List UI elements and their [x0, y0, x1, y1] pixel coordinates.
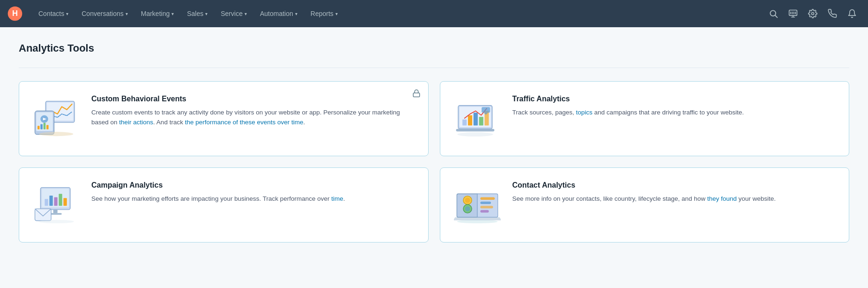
custom-behavioral-events-content: Custom Behavioral Events Create custom e… — [91, 95, 415, 128]
card-traffic-analytics[interactable]: Traffic Analytics Track sources, pages, … — [440, 81, 850, 156]
nav-right-icons — [765, 5, 861, 22]
svg-rect-51 — [480, 202, 491, 204]
svg-point-45 — [38, 220, 74, 223]
phone-button[interactable] — [824, 5, 841, 22]
svg-rect-21 — [46, 125, 49, 129]
chevron-down-icon: ▾ — [66, 11, 68, 16]
traffic-analytics-icon — [452, 95, 503, 142]
lock-icon — [412, 89, 421, 100]
contact-analytics-desc: See more info on your contacts, like cou… — [512, 194, 836, 204]
svg-rect-41 — [63, 198, 67, 205]
svg-rect-37 — [45, 199, 48, 206]
svg-line-3 — [775, 15, 778, 18]
svg-rect-26 — [462, 120, 467, 126]
contact-analytics-title: Contact Analytics — [512, 181, 836, 189]
hubspot-logo[interactable]: H — [7, 6, 22, 21]
svg-rect-31 — [482, 107, 490, 113]
marketplace-button[interactable] — [785, 5, 801, 22]
card-custom-behavioral-events[interactable]: Custom Behavioral Events Create custom e… — [19, 81, 429, 156]
svg-point-22 — [39, 132, 74, 136]
chevron-down-icon: ▾ — [205, 11, 208, 16]
svg-rect-38 — [49, 196, 52, 206]
svg-rect-50 — [480, 197, 495, 200]
svg-rect-4 — [789, 10, 797, 16]
svg-rect-29 — [479, 117, 483, 125]
performance-link[interactable]: the performance of these events over tim… — [185, 119, 304, 126]
chevron-down-icon: ▾ — [245, 11, 247, 16]
settings-button[interactable] — [804, 5, 821, 22]
custom-behavioral-events-title: Custom Behavioral Events — [91, 95, 415, 103]
svg-point-11 — [812, 13, 814, 15]
svg-rect-19 — [40, 124, 43, 129]
card-contact-analytics[interactable]: Contact Analytics See more info on your … — [440, 167, 850, 243]
nav-contacts[interactable]: Contacts ▾ — [32, 0, 75, 27]
svg-rect-39 — [54, 197, 57, 206]
svg-rect-23 — [413, 93, 420, 97]
campaign-analytics-desc: See how your marketing efforts are impac… — [91, 194, 415, 204]
svg-rect-40 — [59, 194, 62, 205]
svg-point-49 — [465, 206, 470, 212]
svg-rect-52 — [480, 206, 493, 208]
custom-behavioral-events-desc: Create custom events to track any activi… — [91, 108, 415, 128]
topics-link[interactable]: topics — [576, 109, 593, 116]
page-title: Analytics Tools — [19, 42, 849, 54]
custom-behavioral-events-icon — [30, 95, 82, 142]
nav-menu: Contacts ▾ Conversations ▾ Marketing ▾ S… — [32, 0, 765, 27]
chevron-down-icon: ▾ — [126, 11, 128, 16]
main-content: Analytics Tools — [0, 27, 868, 258]
nav-sales[interactable]: Sales ▾ — [180, 0, 214, 27]
campaign-analytics-icon — [30, 181, 82, 228]
svg-rect-20 — [44, 123, 46, 129]
card-campaign-analytics[interactable]: Campaign Analytics See how your marketin… — [19, 167, 429, 243]
nav-reports[interactable]: Reports ▾ — [304, 0, 344, 27]
traffic-analytics-content: Traffic Analytics Track sources, pages, … — [512, 95, 836, 118]
svg-text:H: H — [12, 9, 18, 18]
divider — [19, 68, 849, 68]
campaign-analytics-title: Campaign Analytics — [91, 181, 415, 189]
svg-point-54 — [457, 220, 497, 223]
svg-rect-28 — [473, 113, 477, 125]
campaign-analytics-content: Campaign Analytics See how your marketin… — [91, 181, 415, 204]
notifications-button[interactable] — [844, 5, 861, 22]
nav-automation[interactable]: Automation ▾ — [253, 0, 304, 27]
nav-conversations[interactable]: Conversations ▾ — [75, 0, 134, 27]
chevron-down-icon: ▾ — [295, 11, 297, 16]
analytics-tools-grid: Custom Behavioral Events Create custom e… — [19, 81, 849, 243]
svg-rect-53 — [480, 210, 489, 212]
svg-rect-18 — [37, 126, 40, 129]
they-found-link[interactable]: they found — [707, 195, 737, 202]
chevron-down-icon: ▾ — [171, 11, 174, 16]
nav-marketing[interactable]: Marketing ▾ — [134, 0, 180, 27]
traffic-analytics-desc: Track sources, pages, topics and campaig… — [512, 108, 836, 118]
chevron-down-icon: ▾ — [335, 11, 338, 16]
contact-analytics-icon — [452, 181, 503, 228]
svg-rect-27 — [468, 115, 472, 126]
svg-rect-33 — [456, 129, 494, 131]
traffic-analytics-title: Traffic Analytics — [512, 95, 836, 103]
search-button[interactable] — [765, 5, 782, 22]
time-link[interactable]: time — [331, 195, 343, 202]
top-navigation: H Contacts ▾ Conversations ▾ Marketing ▾… — [0, 0, 868, 27]
svg-point-47 — [465, 197, 470, 203]
svg-rect-42 — [53, 210, 58, 213]
contact-analytics-content: Contact Analytics See more info on your … — [512, 181, 836, 204]
their-actions-link[interactable]: their actions — [119, 119, 153, 126]
nav-service[interactable]: Service ▾ — [214, 0, 253, 27]
svg-point-34 — [457, 132, 493, 136]
